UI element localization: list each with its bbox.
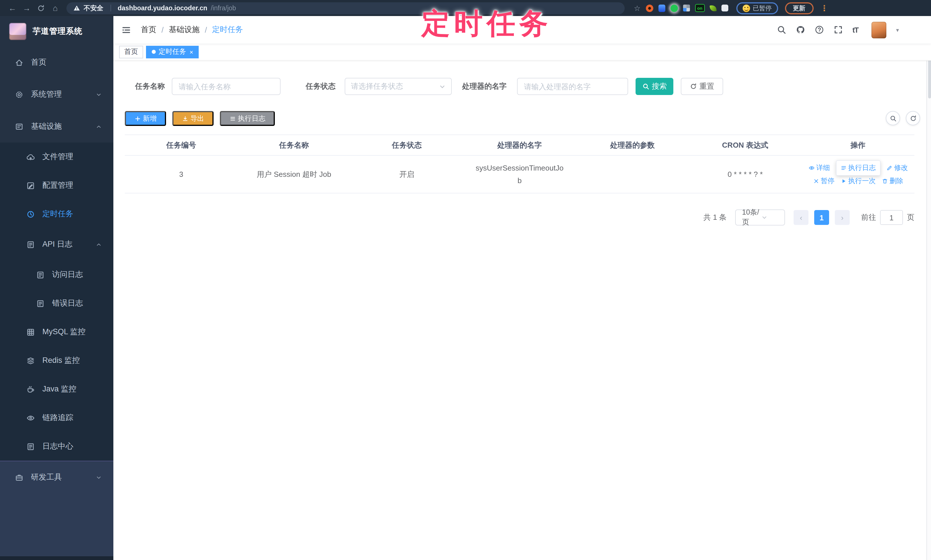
export-button[interactable]: 导出	[172, 111, 214, 126]
sidebar-item-label: 链路追踪	[42, 412, 73, 423]
sidebar-item-label: 首页	[31, 57, 46, 68]
sidebar-item-label: Java 监控	[42, 384, 76, 394]
bookmark-star-icon[interactable]: ☆	[634, 4, 640, 12]
tab-home[interactable]: 首页	[119, 46, 143, 58]
sidebar-item-access-log[interactable]: 访问日志	[0, 260, 113, 289]
sidebar-item-system-mgmt[interactable]: 系统管理	[0, 78, 113, 111]
row-action-delete[interactable]: 删除	[882, 176, 903, 186]
row-action-edit[interactable]: 修改	[886, 163, 908, 173]
next-page-button[interactable]: ›	[835, 210, 850, 225]
column-header: 任务名称	[237, 140, 350, 150]
job-log-button[interactable]: 执行日志	[220, 111, 275, 126]
help-icon[interactable]	[814, 25, 824, 34]
row-action-label: 执行日志	[848, 163, 876, 173]
cell-handler-name: sysUserSessionTimeoutJob	[463, 162, 576, 186]
handler-name-input[interactable]	[517, 78, 628, 95]
search-button[interactable]: 搜索	[635, 78, 674, 95]
sidebar-item-job[interactable]: 定时任务	[0, 200, 113, 228]
tab-close-icon[interactable]: ×	[190, 48, 193, 55]
fullscreen-icon[interactable]	[833, 25, 843, 34]
extension-orange-icon[interactable]	[646, 4, 653, 12]
filter-form: 任务名称 任务状态 请选择任务状态 处理器的名字 搜索	[113, 78, 931, 95]
cell-job-id: 3	[125, 170, 237, 178]
sidebar-item-home[interactable]: 首页	[0, 46, 113, 78]
handler-name-label: 处理器的名字	[462, 81, 507, 92]
browser-back-icon[interactable]: ←	[6, 0, 19, 16]
tab-job[interactable]: 定时任务×	[146, 46, 199, 58]
browser-forward-icon[interactable]: →	[20, 0, 33, 16]
table-row: 3用户 Session 超时 Job开启sysUserSessionTimeou…	[125, 156, 914, 194]
extensions-puzzle-icon[interactable]	[721, 5, 728, 11]
column-header: 任务编号	[125, 140, 237, 150]
sidebar-item-label: 研发工具	[31, 472, 62, 482]
chevron-up-icon	[96, 123, 102, 130]
sidebar-item-trace[interactable]: 链路追踪	[0, 403, 113, 432]
sidebar-item-infra[interactable]: 基础设施	[0, 111, 113, 143]
table-toolbar: 新增 导出 执行日志	[113, 111, 931, 126]
row-action-run-once[interactable]: 执行一次	[840, 176, 876, 186]
breadcrumb-item[interactable]: 基础设施	[169, 25, 200, 35]
sidebar-item-error-log[interactable]: 错误日志	[0, 289, 113, 318]
log-list-icon	[840, 165, 846, 171]
cell-job-name: 用户 Session 超时 Job	[237, 169, 350, 179]
prev-page-button[interactable]: ‹	[794, 210, 808, 225]
sidebar-item-java[interactable]: Java 监控	[0, 375, 113, 403]
sidebar-item-mysql[interactable]: MySQL 监控	[0, 318, 113, 346]
avatar-caret-down-icon[interactable]: ▾	[896, 27, 899, 33]
browser-menu-icon[interactable]: ⋮	[820, 3, 828, 12]
browser-reload-icon[interactable]	[34, 0, 48, 16]
row-action-detail[interactable]: 详细	[808, 163, 830, 173]
home-icon	[14, 58, 23, 67]
goto-page-input[interactable]	[880, 210, 903, 225]
extension-blue-icon[interactable]	[658, 4, 665, 12]
profile-paused-pill[interactable]: 已暂停	[736, 2, 778, 14]
toggle-search-icon[interactable]	[886, 111, 900, 125]
row-action-job-log[interactable]: 执行日志	[835, 160, 880, 176]
sidebar-item-api-log[interactable]: API 日志	[0, 228, 113, 260]
sidebar-item-devtools[interactable]: 研发工具	[0, 461, 113, 493]
user-avatar[interactable]	[871, 22, 886, 38]
breadcrumb-item[interactable]: 定时任务	[212, 25, 243, 35]
page-scrollbar[interactable]	[926, 16, 931, 560]
sidebar-item-label: 日志中心	[42, 441, 73, 452]
sidebar-item-file-mgmt[interactable]: 文件管理	[0, 143, 113, 171]
menu-fold-icon[interactable]	[120, 24, 132, 35]
row-action-label: 详细	[816, 163, 830, 173]
java-cup-icon	[26, 385, 35, 394]
sidebar-item-label: 访问日志	[52, 269, 83, 280]
column-header: CRON 表达式	[689, 140, 802, 150]
search-icon[interactable]	[777, 25, 786, 34]
page-number-button[interactable]: 1	[814, 210, 829, 225]
app-logo-row[interactable]: 芋道管理系统	[0, 16, 113, 46]
sidebar-item-label: 配置管理	[42, 180, 73, 191]
infra-board-icon	[14, 122, 23, 131]
font-size-icon[interactable]: tT	[852, 25, 858, 34]
browser-update-button[interactable]: 更新	[785, 2, 813, 14]
job-status-select[interactable]: 请选择任务状态	[345, 78, 452, 95]
page-content: 任务名称 任务状态 请选择任务状态 处理器的名字 搜索	[113, 61, 931, 560]
extension-green-icon[interactable]	[670, 4, 678, 12]
extension-grid-icon[interactable]	[683, 5, 690, 11]
reset-button[interactable]: 重置	[681, 78, 723, 95]
address-bar[interactable]: 不安全 dashboard.yudao.iocoder.cn/infra/job	[66, 2, 625, 14]
row-action-pause[interactable]: 暂停	[813, 176, 834, 186]
sidebar-item-log-center[interactable]: 日志中心	[0, 432, 113, 461]
page-size-select[interactable]: 10条/页	[735, 209, 785, 226]
extension-leaf-icon[interactable]	[709, 5, 717, 12]
url-path: /infra/job	[211, 5, 236, 11]
add-button[interactable]: 新增	[125, 111, 166, 126]
browser-home-icon[interactable]: ⌂	[49, 0, 62, 16]
extension-on-badge[interactable]: on	[695, 4, 704, 12]
breadcrumb-item[interactable]: 首页	[141, 25, 156, 35]
github-icon[interactable]	[795, 25, 805, 34]
play-icon	[840, 178, 846, 184]
job-status-label: 任务状态	[306, 81, 336, 92]
job-name-input[interactable]	[172, 78, 281, 95]
breadcrumb: 首页/基础设施/定时任务	[141, 25, 243, 35]
security-warning-icon[interactable]	[73, 5, 80, 11]
tags-view-bar: 首页定时任务×	[113, 43, 931, 61]
sidebar-item-config-mgmt[interactable]: 配置管理	[0, 171, 113, 200]
sidebar-item-label: 基础设施	[31, 122, 62, 132]
refresh-icon[interactable]	[906, 111, 920, 125]
sidebar-item-redis[interactable]: Redis 监控	[0, 346, 113, 375]
